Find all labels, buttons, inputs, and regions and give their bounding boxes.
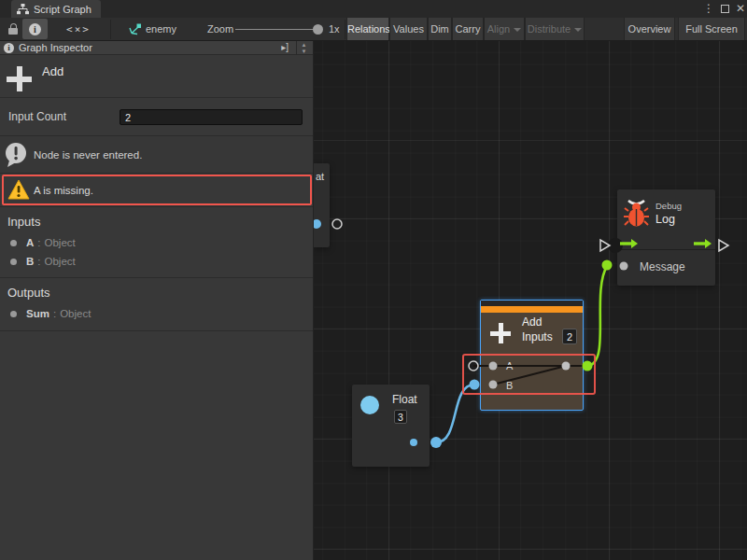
tab-script-graph[interactable]: Script Graph xyxy=(11,0,101,18)
toolbar-button-overview[interactable]: Overview xyxy=(624,18,675,40)
toolbar-button-relations[interactable]: Relations xyxy=(346,18,389,40)
zoom-slider-handle[interactable] xyxy=(313,24,323,35)
float-type-icon xyxy=(360,396,379,414)
port-type: Object xyxy=(60,308,91,319)
input-port-row-b: B : Object xyxy=(0,255,76,268)
warning-triangle-icon xyxy=(7,179,30,200)
flow-input-triangle-icon[interactable] xyxy=(600,240,610,251)
edge-endpoint-green[interactable] xyxy=(602,260,613,271)
port-name: Sum xyxy=(26,308,49,319)
port-name: A xyxy=(26,237,34,248)
add-node-title-line1: Add xyxy=(522,315,542,329)
dropdown-arrow-icon xyxy=(574,28,582,32)
node-accent-bar xyxy=(481,306,583,313)
bug-icon xyxy=(624,198,649,228)
titlebar: Script Graph ⋮ ✕ xyxy=(0,0,747,18)
info-bubble-icon xyxy=(4,142,30,169)
inspector-toggle-button[interactable]: i xyxy=(22,19,48,39)
dropdown-arrow-icon xyxy=(514,28,521,32)
port-dot-icon xyxy=(10,259,17,265)
window-maximize-icon[interactable] xyxy=(721,5,729,13)
outputs-section: Outputs Sum : Object xyxy=(0,278,313,331)
clipped-node[interactable]: at xyxy=(314,163,330,247)
zoom-slider-track[interactable] xyxy=(235,29,321,30)
dock-panel-icon[interactable]: ▸] xyxy=(281,42,289,52)
port-type: Object xyxy=(45,256,76,267)
window-menu-icon[interactable]: ⋮ xyxy=(703,0,714,18)
toolbar-button-distribute[interactable]: Distribute xyxy=(525,18,585,40)
warning-message: A is missing. xyxy=(34,185,93,196)
add-input-count-badge[interactable]: 2 xyxy=(562,329,577,344)
inputs-title: Inputs xyxy=(7,215,40,229)
toolbar-button-dim[interactable]: Dim xyxy=(428,18,452,40)
add-node-icon xyxy=(490,323,511,343)
graph-canvas[interactable]: at Float 3 Add Inputs 2 A B xyxy=(314,41,747,560)
port-label-b: B xyxy=(506,380,513,391)
port-add-sum-output[interactable] xyxy=(583,361,593,371)
toolbar-button-carry[interactable]: Carry xyxy=(452,18,484,40)
edge-sum-to-message[interactable] xyxy=(587,266,607,366)
info-icon: i xyxy=(29,23,41,35)
edge-float-to-b[interactable] xyxy=(436,385,474,442)
info-message: Node is never entered. xyxy=(34,149,142,161)
port-hint-circle[interactable] xyxy=(469,361,478,371)
inspector-title: Graph Inspector xyxy=(19,42,92,53)
toolbar-button-align[interactable]: Align xyxy=(484,18,525,40)
warning-message-box: A is missing. xyxy=(0,174,313,207)
port-dot-icon xyxy=(10,311,17,317)
input-count-label: Input Count xyxy=(8,110,66,123)
lock-icon[interactable] xyxy=(6,18,21,40)
tab-title: Script Graph xyxy=(34,4,92,15)
port-hint-circle[interactable] xyxy=(332,219,342,229)
inspector-node-header: Add xyxy=(0,55,313,98)
flow-output-triangle-icon[interactable] xyxy=(719,240,728,251)
node-divider xyxy=(617,249,715,250)
port-type: Object xyxy=(45,237,76,248)
input-port-row-a: A : Object xyxy=(0,236,76,249)
debug-node-category: Debug xyxy=(655,201,682,211)
add-node-icon xyxy=(7,66,32,91)
toolbar-button-fullscreen[interactable]: Full Screen xyxy=(678,18,745,40)
code-view-icon[interactable]: <×> xyxy=(60,18,97,40)
outputs-title: Outputs xyxy=(7,286,50,300)
port-separator: : xyxy=(53,308,56,319)
graph-name-label: enemy xyxy=(146,23,176,35)
window-close-icon[interactable]: ✕ xyxy=(736,0,745,18)
output-port-row-sum: Sum : Object xyxy=(0,307,91,320)
info-message-box: Node is never entered. xyxy=(0,136,313,174)
panel-scrollbar[interactable]: ▲▼ xyxy=(296,41,311,55)
inspected-node-title: Add xyxy=(42,64,63,78)
port-separator: : xyxy=(37,237,40,248)
inputs-section: Inputs A : Object B : Object xyxy=(0,207,313,278)
debug-log-node[interactable]: Debug Log Message xyxy=(617,189,715,286)
graph-reference[interactable]: enemy xyxy=(129,18,176,40)
port-separator: : xyxy=(37,256,40,267)
clipped-node-label: at xyxy=(316,171,324,182)
float-node-title: Float xyxy=(392,393,417,406)
float-value-badge[interactable]: 3 xyxy=(394,410,407,424)
toolbar: i <×> enemy Zoom 1x Relations Values Dim… xyxy=(0,18,747,41)
port-label-message: Message xyxy=(640,260,685,273)
graph-hierarchy-icon xyxy=(17,4,29,15)
zoom-label: Zoom xyxy=(207,23,233,35)
edge-endpoint-b[interactable] xyxy=(470,380,480,390)
graph-asset-icon xyxy=(129,23,142,35)
script-graph-window: Script Graph ⋮ ✕ i <×> enemy Zoom 1x Re xyxy=(0,0,747,560)
edge-endpoint-blue[interactable] xyxy=(430,437,442,448)
add-node-title-line2: Inputs xyxy=(522,330,553,343)
float-node[interactable]: Float 3 xyxy=(352,385,430,467)
inspector-header: i Graph Inspector ▸] ▲▼ xyxy=(0,41,313,55)
info-icon: i xyxy=(4,43,14,53)
graph-inspector-panel: i Graph Inspector ▸] ▲▼ Add Input Count … xyxy=(0,41,314,560)
toolbar-button-values[interactable]: Values xyxy=(389,18,428,40)
input-count-field[interactable] xyxy=(120,109,303,125)
debug-node-title: Log xyxy=(655,213,675,226)
input-count-row: Input Count xyxy=(0,98,313,136)
add-inputs-node[interactable]: Add Inputs 2 A B xyxy=(480,300,584,411)
port-name: B xyxy=(26,256,34,267)
zoom-value: 1x xyxy=(329,23,340,35)
port-label-a: A xyxy=(506,360,513,371)
port-dot-icon xyxy=(10,240,17,246)
